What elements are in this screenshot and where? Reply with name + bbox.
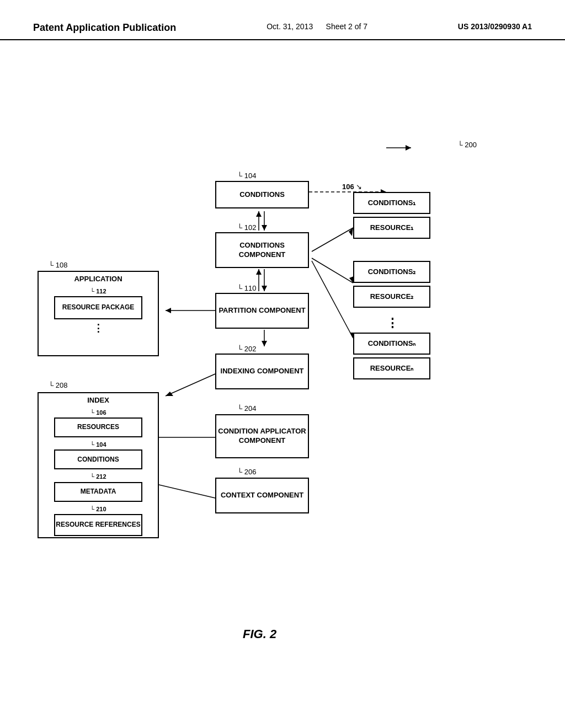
svg-line-20: [312, 228, 353, 251]
conditionsN-box: CONDITIONSₙ: [353, 333, 430, 355]
ref-108: └ 108: [49, 261, 68, 269]
svg-marker-21: [349, 228, 353, 236]
resource1-box: RESOURCE₁: [353, 217, 430, 239]
index-outer-box: INDEX └ 106 RESOURCES └ 104 CONDITIONS └…: [38, 392, 159, 538]
partition-component-box: PARTITION COMPONENT: [215, 293, 309, 329]
application-label: APPLICATION: [41, 275, 155, 284]
application-outer-box: APPLICATION └ 112 RESOURCE PACKAGE ⋮: [38, 271, 159, 356]
date-label: Oct. 31, 2013: [266, 22, 313, 31]
conditions1-box: CONDITIONS₁: [353, 192, 430, 214]
svg-marker-11: [166, 308, 171, 313]
svg-line-24: [312, 261, 353, 338]
header-center: Oct. 31, 2013 Sheet 2 of 7: [266, 22, 367, 31]
dots-app: ⋮: [41, 322, 155, 335]
header: Patent Application Publication Oct. 31, …: [0, 0, 565, 40]
condition-applicator-box: CONDITION APPLICATOR COMPONENT: [215, 414, 309, 458]
page: Patent Application Publication Oct. 31, …: [0, 0, 565, 728]
publication-label: Patent Application Publication: [33, 22, 176, 34]
patent-number: US 2013/0290930 A1: [458, 22, 532, 31]
ref-106-label: 106 ↘: [342, 183, 362, 191]
fig-label: FIG. 2: [243, 627, 276, 641]
resource-package-box: RESOURCE PACKAGE: [54, 296, 142, 319]
conditions-inner-box: CONDITIONS: [54, 449, 142, 469]
ref-200: └ 200: [457, 141, 477, 149]
ref-104-top: └ 104: [237, 172, 257, 180]
metadata-box: METADATA: [54, 482, 142, 502]
resource2-box: RESOURCE₂: [353, 286, 430, 308]
svg-marker-7: [256, 269, 262, 275]
sheet-label: Sheet 2 of 7: [326, 22, 368, 31]
svg-marker-1: [262, 225, 267, 231]
ref-208: └ 208: [49, 381, 68, 389]
svg-marker-3: [256, 211, 262, 217]
ref-110: └ 110: [237, 284, 257, 292]
svg-marker-9: [262, 341, 267, 346]
conditions2-box: CONDITIONS₂: [353, 261, 430, 283]
ref-104-inner: └ 104: [41, 441, 155, 448]
ref-212: └ 212: [41, 473, 155, 480]
svg-marker-5: [262, 286, 267, 291]
resources-inner-box: RESOURCES: [54, 417, 142, 437]
svg-line-22: [312, 258, 353, 283]
indexing-component-box: INDEXING COMPONENT: [215, 354, 309, 389]
ref-202: └ 202: [237, 345, 257, 353]
ref-106-inner: └ 106: [41, 409, 155, 416]
diagram-area: └ 200 106 ↘ CONDITIONS₁ RESOURCE₁ CONDIT…: [0, 40, 565, 691]
ref-210: └ 210: [41, 505, 155, 513]
svg-marker-27: [406, 145, 411, 151]
ref-204: └ 204: [237, 404, 257, 413]
conditions-component-box: CONDITIONS COMPONENT: [215, 232, 309, 268]
resourceN-box: RESOURCEₙ: [353, 357, 430, 379]
svg-marker-13: [166, 392, 173, 396]
resource-references-box: RESOURCE REFERENCES: [54, 514, 142, 536]
ref-112: └ 112: [41, 287, 155, 295]
context-component-box: CONTEXT COMPONENT: [215, 478, 309, 513]
conditions-top-box: CONDITIONS: [215, 181, 309, 208]
ref-206: └ 206: [237, 468, 257, 476]
ref-102: └ 102: [237, 223, 257, 232]
index-label: INDEX: [41, 396, 155, 405]
svg-line-12: [166, 374, 215, 396]
dots-middle: ⋮: [386, 316, 398, 330]
